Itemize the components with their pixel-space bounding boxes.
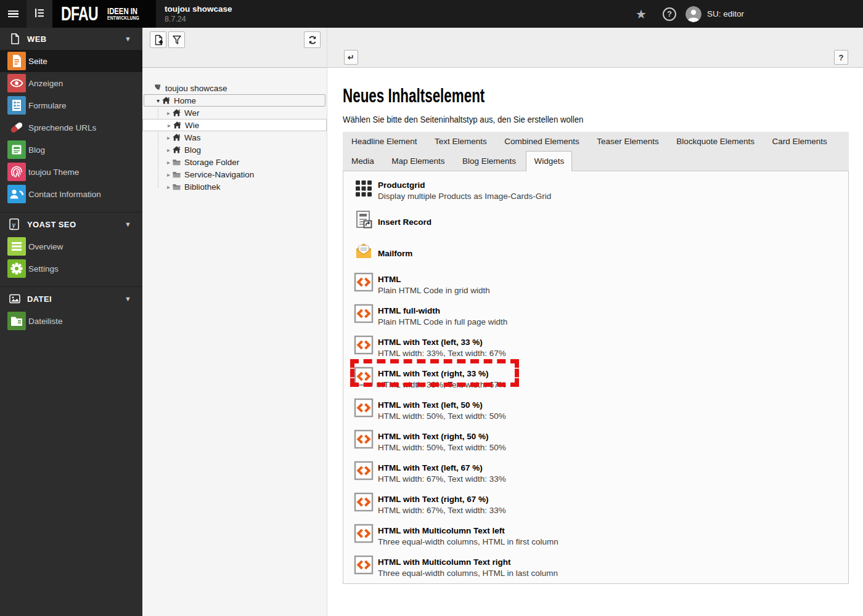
chevron-down-icon: ▼	[125, 295, 131, 302]
item-title: HTML	[378, 274, 490, 285]
item-description: Plain HTML Code in full page width	[378, 317, 507, 328]
home-icon	[162, 96, 171, 105]
sidebar-item-contact-information[interactable]: Contact Information	[0, 183, 142, 205]
csh-help-button[interactable]: ?	[834, 50, 848, 65]
wizard-item-html-text-left-67[interactable]: HTML with Text (left, 67 %)HTML width: 6…	[343, 458, 848, 489]
item-description: HTML width: 50%, Text width: 50%	[378, 442, 506, 453]
dfau-logo[interactable]: DFAU IDEEN IN ENTWICKLUNG	[52, 0, 156, 28]
wizard-item-html-full-width[interactable]: HTML full-widthPlain HTML Code in full p…	[343, 301, 848, 332]
item-title: HTML with Text (left, 33 %)	[378, 337, 506, 348]
expand-toggle-icon[interactable]: ▾	[155, 97, 162, 104]
item-description: Plain HTML Code in grid width	[378, 285, 490, 296]
module-group-yoast: y YOAST SEO ▼ Overview Settings	[0, 212, 142, 280]
page-icon	[7, 52, 26, 70]
wizard-item-mailform[interactable]: Mailform	[343, 238, 848, 269]
wizard-item-insert-record[interactable]: Insert Record	[343, 206, 848, 238]
help-icon[interactable]: ?	[663, 7, 676, 21]
expand-toggle-icon[interactable]: ▸	[165, 147, 172, 153]
sidebar-item-settings[interactable]: Settings	[0, 257, 142, 280]
site-info: toujou showcase 8.7.24	[165, 4, 232, 25]
tree-node-wer[interactable]: ▸ Wer	[142, 107, 327, 119]
wizard-item-productgrid[interactable]: ProductgridDisplay multiple Products as …	[343, 175, 848, 206]
module-group-label: DATEI	[27, 294, 52, 304]
module-group-header-yoast[interactable]: y YOAST SEO ▼	[0, 213, 142, 235]
tab-widgets[interactable]: Widgets	[526, 151, 572, 171]
module-group-label: WEB	[27, 34, 47, 44]
tab-combined-elements[interactable]: Combined Elements	[497, 132, 587, 151]
pagetree-toggle-button[interactable]	[27, 0, 52, 28]
wizard-item-html[interactable]: HTMLPlain HTML Code in grid width	[343, 269, 848, 301]
sidebar-item-anzeigen[interactable]: Anzeigen	[0, 72, 142, 94]
bookmark-star-icon[interactable]: ★	[629, 7, 653, 22]
tree-node-service-navigation[interactable]: ▸ Service-Navigation	[142, 168, 327, 180]
new-page-icon	[153, 34, 164, 46]
tab-teaser-elements[interactable]: Teaser Elements	[589, 132, 666, 151]
page-subtitle: Wählen Sie bitte den Seiteninhaltstyp au…	[343, 114, 583, 124]
sidebar-item-label: Settings	[28, 264, 59, 274]
sidebar-item-seite[interactable]: Seite	[0, 50, 142, 72]
tree-node-home[interactable]: ▾ Home	[144, 94, 325, 107]
news-icon	[7, 140, 26, 159]
sidebar-item-dateiliste[interactable]: Dateiliste	[0, 310, 142, 332]
sidebar-item-sprechende-urls[interactable]: Sprechende URLs	[0, 116, 142, 139]
sidebar-item-toujou-theme[interactable]: toujou Theme	[0, 161, 142, 183]
mailform-envelope-icon	[354, 241, 374, 261]
topbar: DFAU IDEEN IN ENTWICKLUNG toujou showcas…	[0, 0, 863, 28]
tree-node-wie[interactable]: ▸ Wie	[142, 119, 327, 131]
item-description: HTML width: 67%, Text width: 33%	[378, 474, 506, 485]
pagetree: toujou showcase ▾ Home ▸ Wer ▸ Wie ▸	[142, 82, 327, 193]
wizard-item-html-multicolumn-right[interactable]: HTML with Multicolumn Text rightThree eq…	[343, 552, 848, 583]
item-description: HTML width: 33%, Text width: 67%	[378, 379, 506, 391]
wizard-item-html-text-left-33[interactable]: HTML with Text (left, 33 %)HTML width: 3…	[343, 332, 848, 363]
filter-button[interactable]	[168, 31, 185, 48]
html-code-icon	[354, 429, 374, 449]
expand-toggle-icon[interactable]: ▸	[165, 159, 172, 166]
module-group-header-web[interactable]: WEB ▼	[0, 28, 142, 50]
sidebar-item-label: Anzeigen	[28, 79, 63, 88]
topbar-toolbar: ★ ? SU: editor	[629, 0, 863, 28]
chevron-down-icon: ▼	[125, 35, 131, 43]
wizard-item-html-text-left-50[interactable]: HTML with Text (left, 50 %)HTML width: 5…	[343, 395, 848, 426]
item-title: Insert Record	[378, 217, 432, 228]
wizard-item-html-multicolumn-left[interactable]: HTML with Multicolumn Text leftThree equ…	[343, 521, 848, 552]
wizard-item-html-text-right-50[interactable]: HTML with Text (right, 50 %)HTML width: …	[343, 426, 848, 458]
tab-headline-element[interactable]: Headline Element	[344, 132, 425, 151]
sidebar-item-formulare[interactable]: Formulare	[0, 94, 142, 116]
hamburger-icon	[8, 9, 18, 19]
expand-toggle-icon[interactable]: ▸	[165, 184, 172, 190]
username-label[interactable]: SU: editor	[707, 9, 744, 18]
expand-toggle-icon[interactable]: ▸	[165, 134, 172, 141]
wizard-item-html-text-right-67[interactable]: HTML with Text (right, 67 %)HTML width: …	[343, 489, 848, 521]
wizard-item-html-text-right-33[interactable]: HTML with Text (right, 33 %)HTML width: …	[343, 363, 848, 395]
document-outline-icon	[9, 33, 21, 45]
back-button[interactable]: ↵	[344, 50, 358, 65]
new-page-button[interactable]	[150, 31, 166, 48]
tab-card-elements[interactable]: Card Elements	[765, 132, 835, 151]
folder-icon	[172, 158, 181, 166]
expand-toggle-icon[interactable]: ▸	[165, 171, 172, 178]
sidebar-item-blog[interactable]: Blog	[0, 139, 142, 161]
tree-root[interactable]: toujou showcase	[142, 82, 327, 94]
tab-map-elements[interactable]: Map Elements	[384, 152, 452, 171]
home-icon	[172, 108, 181, 117]
sidebar-item-overview[interactable]: Overview	[0, 235, 142, 257]
tree-node-bibliothek[interactable]: ▸ Bibliothek	[142, 180, 327, 193]
tree-node-label: Storage Folder	[184, 158, 239, 167]
item-title: HTML with Multicolumn Text right	[378, 557, 558, 568]
tree-node-was[interactable]: ▸ Was	[142, 131, 327, 144]
item-title: HTML with Text (left, 50 %)	[378, 400, 506, 411]
tab-blog-elements[interactable]: Blog Elements	[455, 152, 523, 171]
refresh-button[interactable]	[304, 31, 321, 48]
expand-toggle-icon[interactable]: ▸	[166, 122, 173, 129]
avatar[interactable]	[685, 6, 701, 22]
sidebar-item-label: Seite	[28, 57, 47, 66]
tree-node-storage-folder[interactable]: ▸ Storage Folder	[142, 156, 327, 168]
tree-node-blog[interactable]: ▸ Blog	[142, 144, 327, 156]
expand-toggle-icon[interactable]: ▸	[165, 110, 172, 116]
menu-toggle-button[interactable]	[0, 0, 27, 28]
module-group-header-datei[interactable]: DATEI ▼	[0, 288, 142, 310]
tab-text-elements[interactable]: Text Elements	[427, 132, 494, 151]
tab-media[interactable]: Media	[344, 152, 382, 171]
tab-blockquote-elements[interactable]: Blockquote Elements	[669, 132, 762, 151]
module-group-datei: DATEI ▼ Dateiliste	[0, 286, 142, 332]
